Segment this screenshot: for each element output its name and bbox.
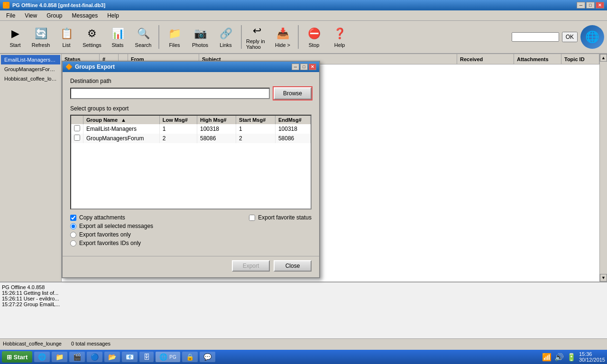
option-export-status[interactable]: Export favorite status xyxy=(249,214,312,221)
col-start-msg: Start Msg# xyxy=(236,116,276,124)
option-export-favorites[interactable]: Export favorites only xyxy=(70,231,153,238)
dialog-title-bar: 🔶 Groups Export ─ □ ✕ xyxy=(63,62,319,72)
table-row: GroupManagersForum 2 58086 2 58086 xyxy=(71,134,311,143)
export-favorites-ids-radio[interactable] xyxy=(70,240,76,246)
row-name-0: EmailList-Managers xyxy=(83,124,160,134)
col-high-msg: High Msg# xyxy=(197,116,236,124)
col-low-msg: Low Msg# xyxy=(159,116,197,124)
col-group-name[interactable]: Group Name ▲ xyxy=(83,116,160,124)
row-high-0: 100318 xyxy=(197,124,236,134)
row-end-0: 100318 xyxy=(275,124,310,134)
row-start-1: 2 xyxy=(236,134,276,143)
row-low-1: 2 xyxy=(159,134,197,143)
row-name-1: GroupManagersForum xyxy=(83,134,160,143)
export-status-checkbox[interactable] xyxy=(249,215,255,221)
dialog-content: Destination path Browse Select groups to… xyxy=(63,72,319,256)
dialog-controls[interactable]: ─ □ ✕ xyxy=(292,64,316,70)
row-checkbox-0[interactable] xyxy=(74,125,80,131)
destination-label: Destination path xyxy=(70,78,312,84)
browse-button[interactable]: Browse xyxy=(274,87,312,100)
option-copy-attachments[interactable]: Copy attachments xyxy=(70,214,153,221)
dialog-close[interactable]: ✕ xyxy=(309,64,316,70)
select-groups-label: Select groups to export xyxy=(70,105,312,112)
options-right: Export favorite status xyxy=(249,214,312,246)
row-start-0: 1 xyxy=(236,124,276,134)
options-row: Copy attachments Export all selected mes… xyxy=(70,214,312,246)
table-header-row: Group Name ▲ Low Msg# High Msg# Start Ms… xyxy=(71,116,311,124)
row-low-0: 1 xyxy=(159,124,197,134)
row-high-1: 58086 xyxy=(197,134,236,143)
copy-attachments-checkbox[interactable] xyxy=(70,215,76,221)
export-button[interactable]: Export xyxy=(232,260,270,272)
col-end-msg: EndMsg# xyxy=(275,116,310,124)
groups-table: Group Name ▲ Low Msg# High Msg# Start Ms… xyxy=(71,116,311,143)
row-end-1: 58086 xyxy=(275,134,310,143)
dialog-footer: Export Close xyxy=(63,256,319,277)
row-checkbox-1[interactable] xyxy=(74,135,80,141)
groups-export-dialog: 🔶 Groups Export ─ □ ✕ Destination path B… xyxy=(62,61,320,278)
path-row: Browse xyxy=(70,87,312,100)
export-all-radio[interactable] xyxy=(70,223,76,229)
export-favorites-radio[interactable] xyxy=(70,232,76,238)
option-export-all[interactable]: Export all selected messages xyxy=(70,223,153,229)
dialog-title: Groups Export xyxy=(75,64,115,70)
col-checkbox xyxy=(71,116,83,124)
table-row: EmailList-Managers 1 100318 1 100318 xyxy=(71,124,311,134)
dialog-minimize[interactable]: ─ xyxy=(292,64,299,70)
dialog-overlay: 🔶 Groups Export ─ □ ✕ Destination path B… xyxy=(0,0,607,364)
groups-table-container[interactable]: Group Name ▲ Low Msg# High Msg# Start Ms… xyxy=(70,115,312,209)
options-left: Copy attachments Export all selected mes… xyxy=(70,214,153,246)
close-button[interactable]: Close xyxy=(274,260,312,272)
dialog-icon: 🔶 xyxy=(65,64,72,70)
dialog-maximize[interactable]: □ xyxy=(300,64,308,70)
destination-path-input[interactable] xyxy=(70,88,270,99)
option-export-favorites-ids[interactable]: Export favorites IDs only xyxy=(70,240,153,246)
